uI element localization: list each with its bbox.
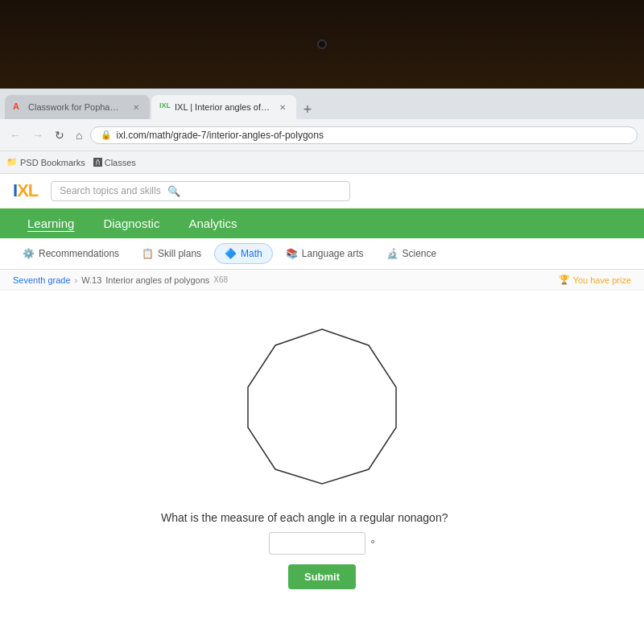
- submit-button[interactable]: Submit: [288, 564, 356, 589]
- tab-recommendations[interactable]: ⚙️ Recommendations: [13, 244, 129, 263]
- secondary-nav: ⚙️ Recommendations 📋 Skill plans 🔷 Math …: [0, 238, 644, 270]
- bookmark-psd-icon: 📁: [6, 157, 18, 167]
- bookmark-psd[interactable]: 📁 PSD Bookmarks: [6, 157, 85, 167]
- trophy-icon: 🏆: [559, 275, 570, 285]
- tab2-favicon: IXL: [159, 101, 171, 113]
- recommendations-icon: ⚙️: [23, 248, 35, 259]
- math-icon: 🔷: [225, 248, 237, 259]
- question-text: What is the measure of each angle in a r…: [161, 511, 483, 524]
- polygon-container: [233, 315, 411, 495]
- ixl-logo: IXL: [13, 180, 38, 201]
- breadcrumb-grade[interactable]: Seventh grade: [13, 275, 71, 285]
- tab2-label: IXL | Interior angles of polygon: [175, 102, 271, 112]
- science-icon: 🔬: [386, 248, 398, 259]
- prize-text: You have prize: [573, 275, 631, 285]
- tab-language-arts[interactable]: 📚 Language arts: [276, 244, 374, 263]
- nav-tab-diagnostic[interactable]: Diagnostic: [89, 208, 174, 238]
- tab-math[interactable]: 🔷 Math: [214, 243, 273, 264]
- search-placeholder: Search topics and skills: [60, 185, 160, 196]
- tab1-close[interactable]: ✕: [130, 101, 142, 113]
- reload-button[interactable]: ↻: [52, 127, 68, 143]
- browser-tab-1[interactable]: A Classwork for Popham 5th peri ✕: [5, 95, 150, 119]
- ixl-header: IXL Search topics and skills 🔍: [0, 174, 644, 208]
- ixl-logo-xl: XL: [17, 180, 38, 200]
- answer-row: °: [269, 532, 374, 555]
- browser-window: A Classwork for Popham 5th peri ✕ IXL IX…: [0, 89, 644, 644]
- tab-bar: A Classwork for Popham 5th peri ✕ IXL IX…: [0, 89, 644, 119]
- search-bar[interactable]: Search topics and skills 🔍: [51, 181, 349, 201]
- home-button[interactable]: ⌂: [72, 127, 85, 143]
- nav-tab-analytics[interactable]: Analytics: [174, 208, 251, 238]
- new-tab-button[interactable]: +: [298, 100, 317, 119]
- lock-icon: 🔒: [101, 130, 112, 140]
- tab1-favicon: A: [13, 101, 24, 113]
- address-bar: ← → ↻ ⌂ 🔒 ixl.com/math/grade-7/interior-…: [0, 119, 644, 151]
- language-arts-icon: 📚: [286, 248, 298, 259]
- main-content: What is the measure of each angle in a r…: [0, 291, 644, 605]
- breadcrumb: Seventh grade › W.13 Interior angles of …: [0, 270, 644, 291]
- breadcrumb-skill-id: X68: [213, 275, 228, 284]
- tab2-close[interactable]: ✕: [277, 101, 288, 113]
- breadcrumb-skill-code: W.13: [81, 275, 101, 285]
- browser-tab-2[interactable]: IXL IXL | Interior angles of polygon ✕: [151, 95, 296, 119]
- main-nav: Learning Diagnostic Analytics: [0, 208, 644, 238]
- tab-skill-plans[interactable]: 📋 Skill plans: [132, 244, 211, 263]
- skill-plans-icon: 📋: [142, 248, 154, 259]
- top-bezel: [0, 0, 644, 89]
- degree-symbol: °: [370, 538, 374, 550]
- tab1-label: Classwork for Popham 5th peri: [28, 102, 125, 112]
- tab-science[interactable]: 🔬 Science: [377, 244, 447, 263]
- answer-input[interactable]: [269, 532, 365, 555]
- url-text: ixl.com/math/grade-7/interior-angles-of-…: [116, 130, 323, 141]
- url-bar[interactable]: 🔒 ixl.com/math/grade-7/interior-angles-o…: [90, 126, 638, 144]
- breadcrumb-skill-name: Interior angles of polygons: [105, 275, 209, 285]
- nav-tab-learning[interactable]: Learning: [13, 208, 89, 238]
- back-button[interactable]: ←: [6, 127, 24, 143]
- camera: [317, 39, 327, 49]
- svg-marker-0: [248, 329, 396, 484]
- nonagon-svg: [233, 315, 411, 492]
- page-content: IXL Search topics and skills 🔍 Learning …: [0, 174, 644, 644]
- bookmark-classes-icon: 🅰: [93, 158, 102, 167]
- search-icon: 🔍: [167, 185, 180, 197]
- bookmarks-bar: 📁 PSD Bookmarks 🅰 Classes: [0, 151, 644, 174]
- bookmark-classes-label: Classes: [105, 158, 136, 167]
- forward-button[interactable]: →: [29, 127, 47, 143]
- prize-badge: 🏆 You have prize: [559, 275, 631, 285]
- bookmark-classes[interactable]: 🅰 Classes: [93, 158, 136, 167]
- bookmark-psd-label: PSD Bookmarks: [20, 158, 85, 167]
- breadcrumb-sep: ›: [75, 275, 78, 285]
